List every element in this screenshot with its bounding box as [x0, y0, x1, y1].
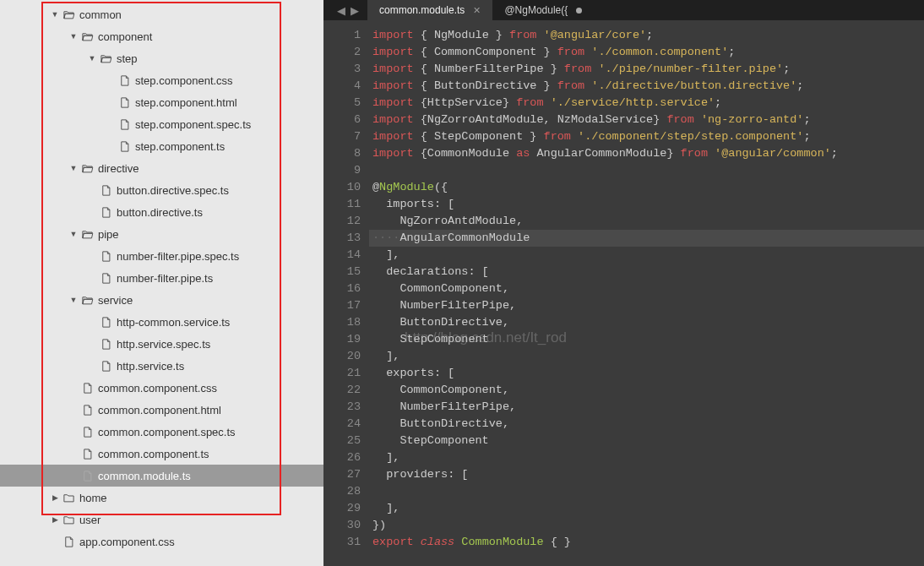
file-explorer[interactable]: ▼common▼component▼step▼step.component.cs…: [0, 0, 323, 566]
tree-label: common.module.ts: [98, 470, 191, 482]
line-number: 27: [330, 466, 361, 483]
code-line[interactable]: [369, 162, 924, 179]
code-line[interactable]: import { StepComponent } from './compone…: [369, 128, 924, 145]
tree-row[interactable]: ▼common.module.ts: [0, 465, 323, 487]
code-line[interactable]: exports: [: [369, 365, 924, 382]
tree-label: common.component.spec.ts: [98, 426, 236, 438]
chevron-down-icon[interactable]: ▼: [68, 230, 79, 238]
file-icon: [117, 118, 132, 131]
code-line[interactable]: imports: [: [369, 196, 924, 213]
folder-icon: [61, 492, 76, 504]
file-icon: [79, 426, 95, 438]
code-line[interactable]: import { NumberFilterPipe } from './pipe…: [369, 61, 924, 78]
code-line[interactable]: NumberFilterPipe,: [369, 297, 924, 314]
line-number: 16: [330, 280, 361, 297]
file-icon: [79, 404, 95, 416]
code-line[interactable]: import { ButtonDirective } from './direc…: [369, 78, 924, 95]
tree-row[interactable]: ▼http-common.service.ts: [0, 311, 323, 333]
tree-label: component: [98, 30, 152, 43]
folder-open-icon: [79, 228, 95, 241]
code-line[interactable]: providers: [: [369, 466, 924, 483]
tree-row[interactable]: ▼service: [0, 289, 323, 311]
editor-tab[interactable]: @NgModule({: [492, 0, 594, 20]
editor-tab[interactable]: common.module.ts✕: [367, 0, 492, 20]
tree-row[interactable]: ▼button.directive.spec.ts: [0, 179, 323, 201]
code-line[interactable]: ],: [369, 247, 924, 264]
tree-row[interactable]: ▶home: [0, 487, 323, 509]
tree-row[interactable]: ▼component: [0, 25, 323, 47]
tree-label: http.service.ts: [117, 360, 184, 373]
code-line[interactable]: }): [369, 517, 924, 534]
code-line[interactable]: declarations: [: [369, 264, 924, 280]
tree-label: app.component.css: [79, 536, 175, 548]
code-line[interactable]: import {HttpService} from './service/htt…: [369, 95, 924, 112]
tab-label: @NgModule({: [504, 4, 568, 16]
line-number: 31: [330, 534, 361, 551]
tree-row[interactable]: ▼step.component.css: [0, 69, 323, 91]
code-area[interactable]: 1234567891011121314151617181920212223242…: [330, 20, 924, 566]
close-icon[interactable]: ✕: [473, 5, 481, 16]
code-line[interactable]: StepComponent: [369, 433, 924, 449]
code-line[interactable]: ],: [369, 500, 924, 517]
chevron-down-icon[interactable]: ▼: [68, 296, 79, 304]
code-line[interactable]: NgZorroAntdModule,: [369, 213, 924, 230]
tree-row[interactable]: ▼directive: [0, 157, 323, 179]
chevron-right-icon[interactable]: ▶: [49, 493, 61, 502]
nav-arrows[interactable]: ◀ ▶: [329, 0, 367, 20]
code-line[interactable]: ],: [369, 348, 924, 365]
code-line[interactable]: @NgModule({: [369, 179, 924, 196]
code-line[interactable]: CommonComponent,: [369, 382, 924, 399]
code-line[interactable]: ButtonDirective,: [369, 314, 924, 331]
tree-label: step.component.ts: [135, 140, 225, 153]
tree-row[interactable]: ▼number-filter.pipe.ts: [0, 267, 323, 289]
line-number: 28: [330, 483, 361, 500]
code-line[interactable]: [369, 483, 924, 500]
tree-row[interactable]: ▼http.service.ts: [0, 355, 323, 377]
folder-open-icon: [79, 162, 95, 175]
tree-row[interactable]: ▼button.directive.ts: [0, 201, 323, 223]
code-line[interactable]: export class CommonModule { }: [369, 534, 924, 551]
code-line[interactable]: CommonComponent,: [369, 280, 924, 297]
chevron-down-icon[interactable]: ▼: [68, 32, 79, 41]
tree-row[interactable]: ▼step.component.html: [0, 91, 323, 113]
file-icon: [98, 206, 113, 219]
tree-row[interactable]: ▼common.component.spec.ts: [0, 421, 323, 443]
code-line[interactable]: ····AngularCommonModule: [369, 230, 924, 247]
line-number: 17: [330, 297, 361, 314]
line-number: 22: [330, 382, 361, 399]
tree-row[interactable]: ▼step: [0, 47, 323, 69]
nav-back-icon[interactable]: ◀: [337, 4, 345, 17]
scroll-gutter[interactable]: [323, 20, 330, 566]
code-line[interactable]: import { CommonComponent } from './commo…: [369, 44, 924, 61]
code-line[interactable]: ButtonDirective,: [369, 416, 924, 433]
chevron-down-icon[interactable]: ▼: [86, 54, 98, 63]
code-line[interactable]: import { NgModule } from '@angular/core'…: [369, 27, 924, 44]
chevron-down-icon[interactable]: ▼: [68, 164, 79, 172]
code-line[interactable]: ],: [369, 449, 924, 466]
tree-row[interactable]: ▶user: [0, 509, 323, 531]
tree-row[interactable]: ▼number-filter.pipe.spec.ts: [0, 245, 323, 267]
tree-label: service: [98, 294, 133, 307]
tree-row[interactable]: ▼common.component.ts: [0, 443, 323, 465]
tree-row[interactable]: ▼step.component.spec.ts: [0, 113, 323, 135]
tree-row[interactable]: ▼pipe: [0, 223, 323, 245]
tree-label: home: [79, 492, 107, 504]
file-icon: [117, 74, 132, 87]
tree-row[interactable]: ▼app.component.css: [0, 531, 323, 552]
code-line[interactable]: import {CommonModule as AngularCommonMod…: [369, 145, 924, 162]
code-line[interactable]: StepComponent: [369, 331, 924, 348]
tree-label: http-common.service.ts: [117, 316, 230, 329]
folder-open-icon: [98, 52, 113, 65]
chevron-right-icon[interactable]: ▶: [49, 515, 61, 524]
tree-row[interactable]: ▼step.component.ts: [0, 135, 323, 157]
code-line[interactable]: NumberFilterPipe,: [369, 399, 924, 416]
nav-forward-icon[interactable]: ▶: [351, 4, 359, 17]
code-line[interactable]: import {NgZorroAntdModule, NzModalServic…: [369, 112, 924, 128]
tree-row[interactable]: ▼common.component.html: [0, 399, 323, 421]
tree-row[interactable]: ▼http.service.spec.ts: [0, 333, 323, 355]
tree-row[interactable]: ▼common.component.css: [0, 377, 323, 399]
folder-icon: [61, 514, 76, 526]
line-number: 21: [330, 365, 361, 382]
tree-row[interactable]: ▼common: [0, 3, 323, 25]
chevron-down-icon[interactable]: ▼: [49, 10, 61, 19]
